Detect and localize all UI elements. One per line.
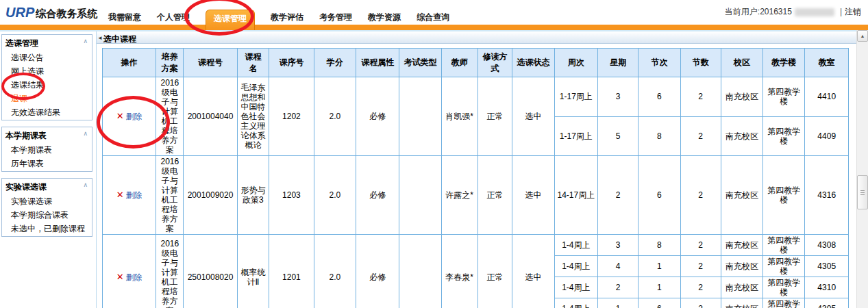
delete-link[interactable]: 删除 [126, 272, 142, 282]
course-row: ✕删除2016级电子与计算机工程培养方案2001009020形势与政策31203… [103, 156, 849, 235]
campus-cell: 南充校区 [721, 256, 762, 277]
study-mode-cell: 正常 [478, 77, 512, 156]
scrollbar-up-arrow-icon[interactable]: ▲ [857, 30, 868, 42]
column-header: 周次 [554, 49, 597, 77]
plan-cell: 2016级电子与计算机工程培养方案 [156, 77, 184, 156]
teacher-cell: 肖凯强* [441, 77, 478, 156]
sidebar-item[interactable]: 退课 [2, 92, 92, 106]
class-number-cell: 1201 [269, 235, 314, 308]
nav-tab-active[interactable]: 选课管理 [206, 10, 255, 30]
course-number-cell: 2501008020 [184, 235, 237, 308]
column-header: 课程名 [237, 49, 269, 77]
sidebar-item[interactable]: 未选中，已删除课程 [2, 222, 92, 236]
course-number-cell: 2001009020 [184, 156, 237, 235]
nav-item[interactable]: 我需留意 [108, 12, 141, 24]
nav-item[interactable]: 教学评估 [271, 12, 303, 24]
course-row: ✕删除2016级电子与计算机工程培养方案2501008020概率统计Ⅱ12012… [103, 235, 849, 256]
course-number-cell: 2001004040 [184, 77, 237, 156]
period-cell: 1 [638, 256, 680, 277]
nav-item[interactable]: 考务管理 [319, 12, 352, 24]
column-header: 节次 [638, 49, 680, 77]
chevron-up-icon[interactable]: ∧ [83, 181, 88, 188]
chevron-up-icon[interactable]: ∧ [83, 130, 88, 137]
logo-urp-text: URP [5, 5, 34, 20]
selected-courses-table: 操作培养方案课程号课程名课序号学分课程属性考试类型教师修读方式选课状态周次星期节… [102, 48, 849, 308]
header-row: 操作培养方案课程号课程名课序号学分课程属性考试类型教师修读方式选课状态周次星期节… [103, 49, 849, 77]
logout-separator: | [840, 7, 842, 16]
credits-cell: 2.0 [314, 156, 356, 235]
credits-cell: 2.0 [314, 235, 356, 308]
scrollbar-thumb[interactable] [857, 175, 868, 209]
period-cell: 8 [638, 116, 680, 156]
period-count-cell: 2 [680, 116, 721, 156]
weekday-cell: 3 [598, 235, 638, 256]
period-cell: 1 [638, 277, 680, 298]
logout-link[interactable]: 注销 [845, 7, 861, 16]
column-header: 课程属性 [356, 49, 399, 77]
delete-link[interactable]: 删除 [126, 190, 142, 200]
page-layout: 选课管理∧选课公告网上选课选课结果退课无效选课结果本学期课表∧本学期课表历年课表… [0, 30, 868, 308]
main-content: ◄ 选中课程 操作培养方案课程号课程名课序号学分课程属性考试类型教师修读方式选课… [96, 31, 868, 308]
building-cell: 第四教学楼 [763, 235, 805, 256]
sidebar-item[interactable]: 网上选课 [2, 65, 92, 79]
period-cell: 8 [638, 235, 680, 256]
sidebar-item[interactable]: 本学期课表 [2, 144, 92, 157]
period-count-cell: 2 [680, 235, 721, 256]
sidebar-section-title[interactable]: 选课管理∧ [2, 35, 92, 51]
sidebar-section: 本学期课表∧本学期课表历年课表 [1, 127, 92, 172]
nav-item[interactable]: 教学资源 [368, 12, 401, 24]
sidebar-item[interactable]: 历年课表 [2, 157, 92, 171]
exam-type-cell [399, 77, 441, 156]
weeks-cell: 1-4周上 [554, 277, 597, 298]
sidebar-section-title[interactable]: 实验课选课∧ [2, 179, 92, 195]
sidebar-item[interactable]: 选课公告 [2, 51, 92, 65]
period-count-cell: 2 [680, 256, 721, 277]
app-logo: URP综合教务系统 [5, 5, 97, 21]
user-info: 当前用户:2016315|注销 [725, 6, 861, 18]
column-header: 星期 [598, 49, 638, 77]
nav-item[interactable]: 个人管理 [157, 12, 190, 24]
class-number-cell: 1202 [269, 77, 314, 156]
chevron-up-icon[interactable]: ∧ [83, 38, 88, 44]
weekday-cell: 2 [598, 156, 638, 235]
weekday-cell: 1 [598, 298, 638, 308]
logo-title-text: 综合教务系统 [36, 8, 97, 19]
course-name-cell: 形势与政策3 [237, 156, 269, 235]
sidebar-item[interactable]: 实验课选课 [2, 195, 92, 209]
operation-cell: ✕删除 [103, 235, 156, 308]
column-header: 教师 [441, 49, 478, 77]
main-nav: 我需留意个人管理选课管理教学评估考务管理教学资源综合查询 [108, 10, 465, 24]
column-header: 教学楼 [763, 49, 805, 77]
campus-cell: 南充校区 [721, 156, 762, 235]
plan-cell: 2016级电子与计算机工程培养方案 [156, 235, 184, 308]
sidebar-item[interactable]: 本学期综合课表 [2, 209, 92, 222]
period-cell: 6 [638, 298, 680, 308]
sidebar: 选课管理∧选课公告网上选课选课结果退课无效选课结果本学期课表∧本学期课表历年课表… [0, 31, 94, 308]
vertical-scrollbar[interactable]: ▲ [856, 30, 868, 308]
campus-cell: 南充校区 [721, 116, 762, 156]
teacher-cell: 许露之* [441, 156, 478, 235]
nav-item[interactable]: 综合查询 [417, 12, 449, 24]
sidebar-section: 实验课选课∧实验课选课本学期综合课表未选中，已删除课程 [1, 178, 92, 237]
building-cell: 第四教学楼 [763, 298, 805, 308]
period-count-cell: 2 [680, 277, 721, 298]
column-header: 操作 [103, 49, 156, 77]
column-header: 选课状态 [512, 49, 554, 77]
selection-status-cell: 选中 [512, 156, 554, 235]
column-header: 学分 [314, 49, 356, 77]
sidebar-item[interactable]: 选课结果 [2, 79, 92, 92]
building-cell: 第四教学楼 [763, 277, 805, 298]
campus-cell: 南充校区 [721, 277, 762, 298]
weekday-cell: 2 [598, 277, 638, 298]
sidebar-section-title[interactable]: 本学期课表∧ [2, 127, 92, 144]
exam-type-cell [399, 235, 441, 308]
credits-cell: 2.0 [314, 77, 356, 156]
operation-cell: ✕删除 [103, 156, 156, 235]
column-header: 节数 [680, 49, 721, 77]
course-name-cell: 概率统计Ⅱ [237, 235, 269, 308]
delete-link[interactable]: 删除 [126, 112, 142, 121]
sidebar-item[interactable]: 无效选课结果 [2, 106, 92, 120]
panel-collapse-icon[interactable]: ◄ [97, 35, 103, 41]
column-header: 课序号 [269, 49, 314, 77]
study-mode-cell: 正常 [478, 156, 512, 235]
